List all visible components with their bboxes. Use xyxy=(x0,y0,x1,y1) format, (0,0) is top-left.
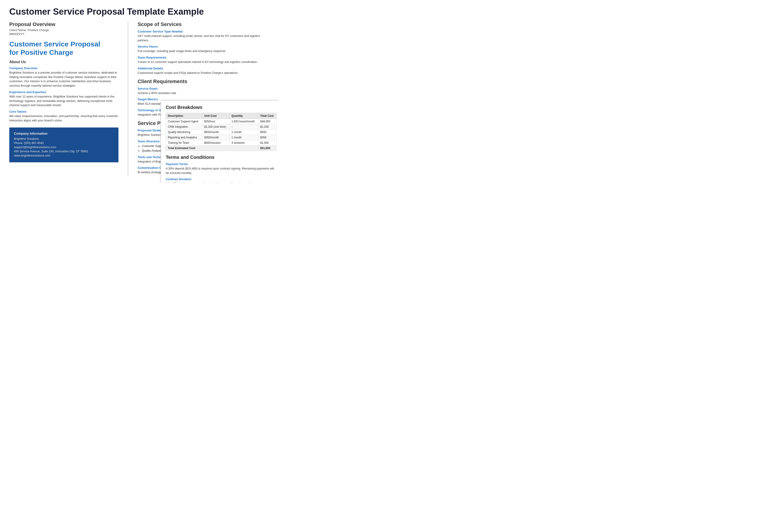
proposal-title: Customer Service Proposal for Positive C… xyxy=(9,40,119,57)
total-label: Total Estimated Cost xyxy=(166,145,258,151)
additional-details-text: Customized support scripts and FAQs tail… xyxy=(137,71,269,75)
cost-table: Description Unit Cost Quantity Total Cos… xyxy=(166,113,277,151)
info-email: support@brightlinesolutions.com xyxy=(14,146,114,149)
scope-title: Scope of Services xyxy=(137,22,269,27)
experience-text: With over 12 years of experience, Bright… xyxy=(9,95,119,108)
service-hours-label: Service Hours xyxy=(137,45,269,48)
cell-quantity: 1,920 hours/month xyxy=(229,119,258,124)
table-row: Reporting and Analytics $350/month 1 mon… xyxy=(166,135,277,140)
about-us-title: About Us xyxy=(9,60,119,64)
cell-total-cost: $550 xyxy=(258,129,277,135)
customer-service-type-text: 24/7 multi-channel support, including em… xyxy=(137,34,269,43)
info-box-title: Company Information xyxy=(14,132,114,135)
team-requirements-text: A team of 12 customer support specialist… xyxy=(137,60,269,64)
cell-quantity: 1 month xyxy=(229,135,258,140)
service-hours-text: Full coverage, including peak usage time… xyxy=(137,49,269,53)
service-goals-text: Achieve a 95% resolution rate xyxy=(137,91,269,95)
cell-total-cost: $48,000 xyxy=(258,119,277,124)
cell-quantity: - xyxy=(229,124,258,129)
cell-quantity: 1 month xyxy=(229,129,258,135)
service-goals-label: Service Goals xyxy=(137,87,269,90)
client-requirements-title: Client Requirements xyxy=(137,78,269,84)
cell-unit-cost: $350/month xyxy=(202,135,229,140)
main-title: Customer Service Proposal Template Examp… xyxy=(9,7,269,17)
info-company: Brightline Solutions xyxy=(14,137,114,141)
table-row: Training for Team $500/session 3 session… xyxy=(166,140,277,145)
col-description: Description xyxy=(166,113,202,119)
proposal-overview-title: Proposal Overview xyxy=(9,22,119,27)
left-column: Proposal Overview Client Name: Positive … xyxy=(9,22,119,176)
info-website: www.brightlinesolutions.com xyxy=(14,154,114,157)
date-label: MM/DD/YY xyxy=(9,32,119,36)
terms-title: Terms and Conditions xyxy=(166,155,277,160)
payment-terms-label: Payment Terms xyxy=(166,162,277,166)
cost-breakdown-panel: Cost Breakdown Description Unit Cost Qua… xyxy=(161,100,279,183)
cell-unit-cost: $25/hour xyxy=(202,119,229,124)
core-values-text: We value responsiveness, innovation, and… xyxy=(9,114,119,123)
cell-unit-cost: $1,200 (one time) xyxy=(202,124,229,129)
cell-description: Training for Team xyxy=(166,140,202,145)
info-phone: Phone: (555) 987-6543 xyxy=(14,141,114,145)
table-row: CRM Integration $1,200 (one time) - $1,2… xyxy=(166,124,277,129)
cell-total-cost: $350 xyxy=(258,135,277,140)
company-overview-text: Brightline Solutions is a premier provid… xyxy=(9,70,119,88)
experience-label: Experience and Expertise xyxy=(9,90,119,94)
payment-terms-text: A 30% deposit ($15,480) is required upon… xyxy=(166,166,277,175)
col-quantity: Quantity xyxy=(229,113,258,119)
cell-description: Quality Monitoring xyxy=(166,129,202,135)
col-total-cost: Total Cost xyxy=(258,113,277,119)
company-info-box: Company Information Brightline Solutions… xyxy=(9,127,119,162)
cell-unit-cost: $500/session xyxy=(202,140,229,145)
cell-unit-cost: $550/month xyxy=(202,129,229,135)
column-divider xyxy=(128,22,128,176)
customer-service-type-label: Customer Service Type Needed xyxy=(137,30,269,33)
info-address: 456 Service Avenue, Suite 100, Innovatio… xyxy=(14,150,114,153)
total-value: $51,600 xyxy=(258,145,277,151)
additional-details-label: Additional Details xyxy=(137,66,269,70)
contract-duration-text: Initial 12-month agreement with options … xyxy=(166,182,277,183)
cell-description: CRM Integration xyxy=(166,124,202,129)
cost-breakdown-title: Cost Breakdown xyxy=(166,105,277,110)
core-values-label: Core Values xyxy=(9,110,119,113)
cell-description: Reporting and Analytics xyxy=(166,135,202,140)
contract-duration-label: Contract Duration xyxy=(166,177,277,181)
cell-total-cost: $1,200 xyxy=(258,124,277,129)
client-label: Client Name: Positive Charge xyxy=(9,28,119,32)
team-requirements-label: Team Requirements xyxy=(137,56,269,59)
cell-description: Customer Support Agent xyxy=(166,119,202,124)
table-row: Quality Monitoring $550/month 1 month $5… xyxy=(166,129,277,135)
company-overview-label: Company Overview xyxy=(9,66,119,70)
terms-section: Terms and Conditions Payment Terms A 30%… xyxy=(166,155,277,183)
right-column: Scope of Services Customer Service Type … xyxy=(137,22,269,176)
total-row: Total Estimated Cost $51,600 xyxy=(166,145,277,151)
cell-quantity: 3 sessions xyxy=(229,140,258,145)
col-unit-cost: Unit Cost xyxy=(202,113,229,119)
table-row: Customer Support Agent $25/hour 1,920 ho… xyxy=(166,119,277,124)
cell-total-cost: $1,500 xyxy=(258,140,277,145)
